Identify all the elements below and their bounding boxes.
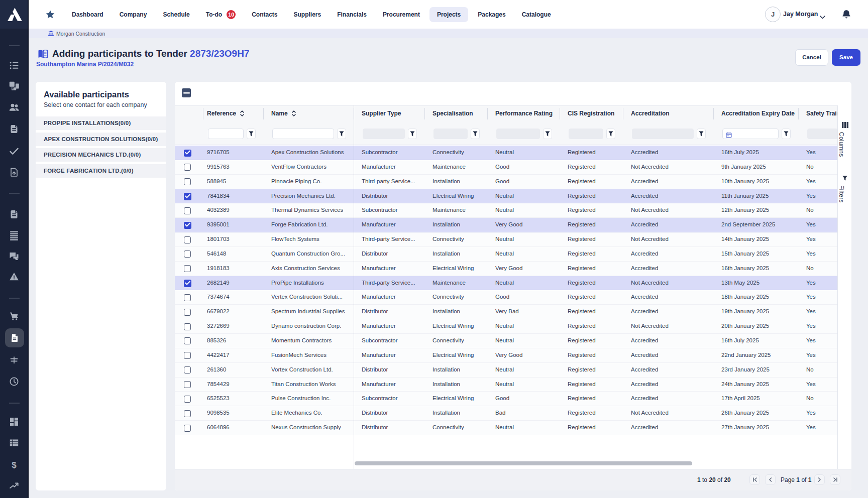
svg-text:$: $ (12, 460, 17, 470)
